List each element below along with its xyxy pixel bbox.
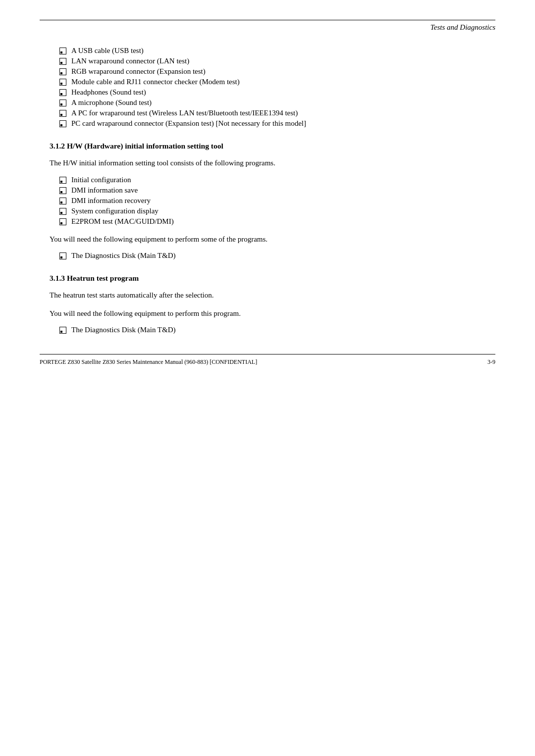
list-item: A microphone (Sound test) (50, 99, 485, 107)
section-312: 3.1.2 H/W (Hardware) initial information… (50, 142, 485, 260)
list-item: RGB wraparound connector (Expansion test… (50, 67, 485, 76)
footer: PORTEGE Z830 Satellite Z830 Series Maint… (40, 354, 495, 366)
checkbox-icon (59, 48, 66, 54)
footer-right: 3-9 (487, 358, 495, 366)
list-item: Module cable and RJ11 connector checker … (50, 78, 485, 86)
checkbox-icon (59, 100, 66, 106)
list-item: System configuration display (50, 207, 485, 215)
section-313-para2: You will need the following equipment to… (50, 308, 485, 319)
list-item: Initial configuration (50, 176, 485, 184)
checkbox-icon (59, 327, 66, 334)
section-313: 3.1.3 Heatrun test program The heatrun t… (50, 274, 485, 334)
list-item: E2PROM test (MAC/GUID/DMI) (50, 217, 485, 226)
checkbox-icon (59, 79, 66, 86)
checkbox-icon (59, 58, 66, 65)
section-313-equipment-list: The Diagnostics Disk (Main T&D) (50, 326, 485, 334)
list-item: DMI information recovery (50, 197, 485, 205)
section-312-bullet-list: Initial configuration DMI information sa… (50, 176, 485, 226)
list-item: LAN wraparound connector (LAN test) (50, 57, 485, 65)
list-item: Headphones (Sound test) (50, 88, 485, 97)
list-item: The Diagnostics Disk (Main T&D) (50, 252, 485, 260)
intro-bullet-list: A USB cable (USB test) LAN wraparound co… (50, 47, 485, 128)
checkbox-icon (59, 110, 66, 117)
checkbox-icon (59, 187, 66, 194)
header-title: Tests and Diagnostics (40, 23, 495, 32)
checkbox-icon (59, 177, 66, 184)
footer-left: PORTEGE Z830 Satellite Z830 Series Maint… (40, 358, 257, 366)
list-item: DMI information save (50, 186, 485, 195)
checkbox-icon (59, 208, 66, 215)
section-313-para1: The heatrun test starts automatically af… (50, 290, 485, 301)
list-item: The Diagnostics Disk (Main T&D) (50, 326, 485, 334)
list-item: A PC for wraparound test (Wireless LAN t… (50, 109, 485, 117)
checkbox-icon (59, 89, 66, 96)
header-line (40, 20, 495, 20)
section-312-intro: The H/W initial information setting tool… (50, 157, 485, 169)
checkbox-icon (59, 120, 66, 127)
checkbox-icon (59, 68, 66, 75)
section-312-equipment-intro: You will need the following equipment to… (50, 234, 485, 245)
list-item: A USB cable (USB test) (50, 47, 485, 55)
checkbox-icon (59, 252, 66, 259)
checkbox-icon (59, 198, 66, 204)
section-312-equipment-list: The Diagnostics Disk (Main T&D) (50, 252, 485, 260)
section-313-heading: 3.1.3 Heatrun test program (50, 274, 485, 283)
checkbox-icon (59, 218, 66, 225)
list-item: PC card wraparound connector (Expansion … (50, 119, 485, 128)
section-312-heading: 3.1.2 H/W (Hardware) initial information… (50, 142, 485, 151)
